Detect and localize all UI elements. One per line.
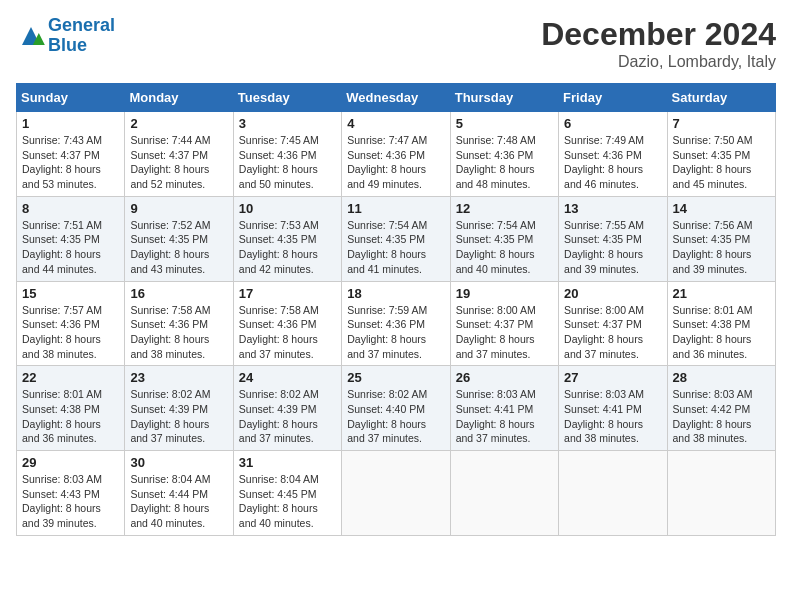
calendar-cell: 4Sunrise: 7:47 AMSunset: 4:36 PMDaylight…: [342, 112, 450, 197]
calendar-cell: 27Sunrise: 8:03 AMSunset: 4:41 PMDayligh…: [559, 366, 667, 451]
weekday-header-thursday: Thursday: [450, 84, 558, 112]
calendar-cell: 14Sunrise: 7:56 AMSunset: 4:35 PMDayligh…: [667, 196, 775, 281]
day-number: 13: [564, 201, 661, 216]
day-info: Sunrise: 8:02 AMSunset: 4:39 PMDaylight:…: [130, 387, 227, 446]
calendar-cell: 23Sunrise: 8:02 AMSunset: 4:39 PMDayligh…: [125, 366, 233, 451]
calendar-table: SundayMondayTuesdayWednesdayThursdayFrid…: [16, 83, 776, 536]
calendar-week-row: 1Sunrise: 7:43 AMSunset: 4:37 PMDaylight…: [17, 112, 776, 197]
day-number: 16: [130, 286, 227, 301]
calendar-cell: 19Sunrise: 8:00 AMSunset: 4:37 PMDayligh…: [450, 281, 558, 366]
day-info: Sunrise: 7:53 AMSunset: 4:35 PMDaylight:…: [239, 218, 336, 277]
calendar-cell: 21Sunrise: 8:01 AMSunset: 4:38 PMDayligh…: [667, 281, 775, 366]
day-number: 11: [347, 201, 444, 216]
day-info: Sunrise: 8:00 AMSunset: 4:37 PMDaylight:…: [564, 303, 661, 362]
calendar-week-row: 8Sunrise: 7:51 AMSunset: 4:35 PMDaylight…: [17, 196, 776, 281]
day-info: Sunrise: 8:03 AMSunset: 4:41 PMDaylight:…: [564, 387, 661, 446]
day-info: Sunrise: 7:44 AMSunset: 4:37 PMDaylight:…: [130, 133, 227, 192]
logo-text: General Blue: [48, 16, 115, 56]
calendar-cell: [559, 451, 667, 536]
day-number: 9: [130, 201, 227, 216]
day-info: Sunrise: 7:47 AMSunset: 4:36 PMDaylight:…: [347, 133, 444, 192]
day-number: 23: [130, 370, 227, 385]
calendar-cell: 8Sunrise: 7:51 AMSunset: 4:35 PMDaylight…: [17, 196, 125, 281]
weekday-header-tuesday: Tuesday: [233, 84, 341, 112]
day-number: 21: [673, 286, 770, 301]
day-number: 29: [22, 455, 119, 470]
day-number: 7: [673, 116, 770, 131]
calendar-cell: 11Sunrise: 7:54 AMSunset: 4:35 PMDayligh…: [342, 196, 450, 281]
calendar-week-row: 22Sunrise: 8:01 AMSunset: 4:38 PMDayligh…: [17, 366, 776, 451]
day-number: 8: [22, 201, 119, 216]
calendar-week-row: 15Sunrise: 7:57 AMSunset: 4:36 PMDayligh…: [17, 281, 776, 366]
day-info: Sunrise: 8:04 AMSunset: 4:45 PMDaylight:…: [239, 472, 336, 531]
day-number: 12: [456, 201, 553, 216]
day-info: Sunrise: 7:51 AMSunset: 4:35 PMDaylight:…: [22, 218, 119, 277]
calendar-cell: 7Sunrise: 7:50 AMSunset: 4:35 PMDaylight…: [667, 112, 775, 197]
calendar-cell: 29Sunrise: 8:03 AMSunset: 4:43 PMDayligh…: [17, 451, 125, 536]
day-info: Sunrise: 8:03 AMSunset: 4:42 PMDaylight:…: [673, 387, 770, 446]
day-info: Sunrise: 7:56 AMSunset: 4:35 PMDaylight:…: [673, 218, 770, 277]
day-number: 26: [456, 370, 553, 385]
day-number: 17: [239, 286, 336, 301]
day-number: 1: [22, 116, 119, 131]
calendar-cell: 9Sunrise: 7:52 AMSunset: 4:35 PMDaylight…: [125, 196, 233, 281]
calendar-cell: 6Sunrise: 7:49 AMSunset: 4:36 PMDaylight…: [559, 112, 667, 197]
calendar-cell: [667, 451, 775, 536]
page-header: General Blue December 2024 Dazio, Lombar…: [16, 16, 776, 71]
weekday-header-sunday: Sunday: [17, 84, 125, 112]
weekday-header-friday: Friday: [559, 84, 667, 112]
day-number: 22: [22, 370, 119, 385]
day-info: Sunrise: 7:58 AMSunset: 4:36 PMDaylight:…: [130, 303, 227, 362]
logo: General Blue: [16, 16, 115, 56]
calendar-subtitle: Dazio, Lombardy, Italy: [541, 53, 776, 71]
day-number: 31: [239, 455, 336, 470]
title-block: December 2024 Dazio, Lombardy, Italy: [541, 16, 776, 71]
calendar-cell: 22Sunrise: 8:01 AMSunset: 4:38 PMDayligh…: [17, 366, 125, 451]
day-info: Sunrise: 7:54 AMSunset: 4:35 PMDaylight:…: [456, 218, 553, 277]
day-info: Sunrise: 7:45 AMSunset: 4:36 PMDaylight:…: [239, 133, 336, 192]
calendar-cell: 12Sunrise: 7:54 AMSunset: 4:35 PMDayligh…: [450, 196, 558, 281]
logo-icon: [16, 21, 46, 51]
day-number: 15: [22, 286, 119, 301]
day-number: 14: [673, 201, 770, 216]
day-info: Sunrise: 7:49 AMSunset: 4:36 PMDaylight:…: [564, 133, 661, 192]
calendar-cell: 18Sunrise: 7:59 AMSunset: 4:36 PMDayligh…: [342, 281, 450, 366]
day-info: Sunrise: 8:04 AMSunset: 4:44 PMDaylight:…: [130, 472, 227, 531]
day-info: Sunrise: 7:54 AMSunset: 4:35 PMDaylight:…: [347, 218, 444, 277]
calendar-cell: [450, 451, 558, 536]
calendar-cell: 16Sunrise: 7:58 AMSunset: 4:36 PMDayligh…: [125, 281, 233, 366]
day-number: 4: [347, 116, 444, 131]
day-info: Sunrise: 8:01 AMSunset: 4:38 PMDaylight:…: [22, 387, 119, 446]
calendar-cell: 31Sunrise: 8:04 AMSunset: 4:45 PMDayligh…: [233, 451, 341, 536]
calendar-cell: 1Sunrise: 7:43 AMSunset: 4:37 PMDaylight…: [17, 112, 125, 197]
calendar-cell: 15Sunrise: 7:57 AMSunset: 4:36 PMDayligh…: [17, 281, 125, 366]
weekday-header-row: SundayMondayTuesdayWednesdayThursdayFrid…: [17, 84, 776, 112]
day-info: Sunrise: 8:02 AMSunset: 4:39 PMDaylight:…: [239, 387, 336, 446]
weekday-header-saturday: Saturday: [667, 84, 775, 112]
day-number: 5: [456, 116, 553, 131]
day-info: Sunrise: 7:43 AMSunset: 4:37 PMDaylight:…: [22, 133, 119, 192]
day-number: 20: [564, 286, 661, 301]
weekday-header-monday: Monday: [125, 84, 233, 112]
calendar-cell: 13Sunrise: 7:55 AMSunset: 4:35 PMDayligh…: [559, 196, 667, 281]
calendar-cell: 24Sunrise: 8:02 AMSunset: 4:39 PMDayligh…: [233, 366, 341, 451]
day-number: 18: [347, 286, 444, 301]
day-number: 27: [564, 370, 661, 385]
day-info: Sunrise: 7:48 AMSunset: 4:36 PMDaylight:…: [456, 133, 553, 192]
day-info: Sunrise: 8:03 AMSunset: 4:41 PMDaylight:…: [456, 387, 553, 446]
day-info: Sunrise: 7:57 AMSunset: 4:36 PMDaylight:…: [22, 303, 119, 362]
calendar-cell: 10Sunrise: 7:53 AMSunset: 4:35 PMDayligh…: [233, 196, 341, 281]
day-info: Sunrise: 7:52 AMSunset: 4:35 PMDaylight:…: [130, 218, 227, 277]
calendar-cell: 20Sunrise: 8:00 AMSunset: 4:37 PMDayligh…: [559, 281, 667, 366]
weekday-header-wednesday: Wednesday: [342, 84, 450, 112]
day-info: Sunrise: 8:03 AMSunset: 4:43 PMDaylight:…: [22, 472, 119, 531]
day-info: Sunrise: 7:55 AMSunset: 4:35 PMDaylight:…: [564, 218, 661, 277]
day-number: 10: [239, 201, 336, 216]
day-number: 24: [239, 370, 336, 385]
day-number: 19: [456, 286, 553, 301]
day-number: 3: [239, 116, 336, 131]
calendar-cell: 26Sunrise: 8:03 AMSunset: 4:41 PMDayligh…: [450, 366, 558, 451]
calendar-title: December 2024: [541, 16, 776, 53]
calendar-cell: 28Sunrise: 8:03 AMSunset: 4:42 PMDayligh…: [667, 366, 775, 451]
calendar-cell: 25Sunrise: 8:02 AMSunset: 4:40 PMDayligh…: [342, 366, 450, 451]
